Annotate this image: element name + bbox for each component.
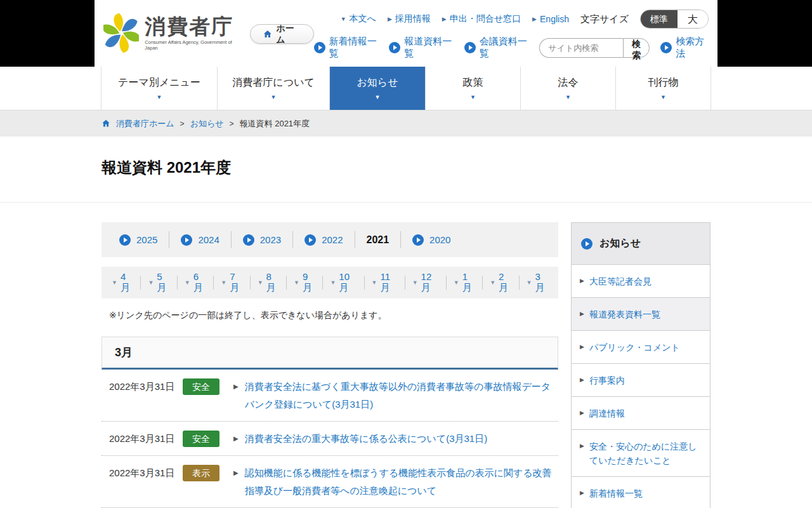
month-link-4月[interactable]: ▼4月 <box>105 276 141 290</box>
year-tab-label: 2023 <box>260 234 281 245</box>
sidebar-item-パブリック・コメント[interactable]: ▶パブリック・コメント <box>572 330 710 363</box>
month-link-6月[interactable]: ▼6月 <box>178 276 214 290</box>
news-link[interactable]: 消費者安全法の重大事故等に係る公表について(3月31日) <box>245 430 558 448</box>
caret-down-icon: ▼ <box>330 279 336 286</box>
home-button[interactable]: ホーム <box>250 24 314 44</box>
news-date: 2022年3月31日 <box>109 464 183 482</box>
caret-down-icon: ▼ <box>185 279 190 286</box>
arrow-right-icon: ▶ <box>580 311 584 317</box>
sidebar-item-label: 新着情報一覧 <box>589 486 643 500</box>
utility-link-申出・問合せ窓口[interactable]: ▶申出・問合せ窓口 <box>442 13 521 25</box>
utility-link-English[interactable]: ▶English <box>532 13 569 25</box>
utility-link-採用情報[interactable]: ▶採用情報 <box>388 13 431 25</box>
play-circle-icon <box>660 42 672 53</box>
month-link-12月[interactable]: ▼12月 <box>405 276 447 290</box>
sidebar-item-行事案内[interactable]: ▶行事案内 <box>572 363 710 396</box>
search-help-link[interactable]: 検索方法 <box>660 36 709 60</box>
caret-down-icon: ▼ <box>454 279 459 286</box>
arrow-right-icon: ▶ <box>580 277 584 284</box>
breadcrumb-current: 報道資料 2021年度 <box>240 118 310 130</box>
year-tab-2025[interactable]: 2025 <box>108 231 169 248</box>
month-link-label: 12月 <box>421 271 439 294</box>
month-link-3月[interactable]: ▼3月 <box>520 276 555 290</box>
main-nav-bar: テーマ別メニュー▼消費者庁について▼お知らせ▼政策▼法令▼刊行物▼ <box>0 67 812 110</box>
main-column: 202520242023202220212020 ▼4月▼5月▼6月▼7月▼8月… <box>102 222 558 508</box>
month-link-1月[interactable]: ▼1月 <box>447 276 483 290</box>
font-size-large-button[interactable]: 大 <box>678 10 708 28</box>
utility-link-label: English <box>540 14 569 24</box>
font-size-label: 文字サイズ <box>580 13 629 25</box>
month-link-9月[interactable]: ▼9月 <box>287 276 323 290</box>
month-link-label: 2月 <box>499 271 511 294</box>
play-circle-icon <box>314 42 325 53</box>
breadcrumb-home-link[interactable]: 消費者庁ホーム <box>116 118 174 130</box>
month-section-heading: 3月 <box>102 337 558 370</box>
sidebar-item-安全・安心のために注意していただきたいこと[interactable]: ▶安全・安心のために注意していただきたいこと <box>572 429 710 476</box>
news-list: 2022年3月31日安全▶消費者安全法に基づく重大事故等以外の消費者事故等の事故… <box>102 370 558 508</box>
nav-item-label: 刊行物 <box>648 76 679 90</box>
nav-item-法令[interactable]: 法令▼ <box>520 67 615 110</box>
arrow-right-icon: ▶ <box>233 430 239 448</box>
sidebar-item-調達情報[interactable]: ▶調達情報 <box>572 396 710 429</box>
search-button[interactable]: 検索 <box>623 38 650 58</box>
arrow-right-icon: ▶ <box>580 490 584 496</box>
sidebar-item-label: 調達情報 <box>589 406 625 420</box>
month-link-8月[interactable]: ▼8月 <box>251 276 287 290</box>
nav-item-label: お知らせ <box>357 76 398 90</box>
quick-link-label: 新着情報一覧 <box>329 36 379 60</box>
year-tab-2022[interactable]: 2022 <box>293 231 355 248</box>
sidebar-item-報道発表資料一覧[interactable]: ▶報道発表資料一覧 <box>572 297 710 330</box>
year-tab-2024[interactable]: 2024 <box>169 231 231 248</box>
caret-down-icon: ▼ <box>157 94 162 100</box>
nav-item-消費者庁について[interactable]: 消費者庁について▼ <box>217 67 329 110</box>
breadcrumb-news-link[interactable]: お知らせ <box>190 118 224 130</box>
quick-link-会議資料一覧[interactable]: 会議資料一覧 <box>464 36 529 60</box>
arrow-right-icon: ▶ <box>233 464 239 482</box>
caret-down-icon: ▼ <box>565 94 571 100</box>
play-circle-icon <box>181 234 192 246</box>
sidebar-item-label: 大臣等記者会見 <box>589 274 652 288</box>
quick-link-label: 報道資料一覧 <box>404 36 454 60</box>
sidebar: お知らせ ▶大臣等記者会見▶報道発表資料一覧▶パブリック・コメント▶行事案内▶調… <box>571 222 710 508</box>
month-link-10月[interactable]: ▼10月 <box>323 276 364 290</box>
quick-link-報道資料一覧[interactable]: 報道資料一覧 <box>389 36 454 60</box>
search-input[interactable] <box>539 38 623 58</box>
sidebar-item-label: 報道発表資料一覧 <box>589 307 660 321</box>
sidebar-heading: お知らせ <box>572 223 710 264</box>
year-tab-2021[interactable]: 2021 <box>355 231 402 248</box>
year-tab-label: 2024 <box>198 234 219 245</box>
year-tab-2023[interactable]: 2023 <box>232 231 293 248</box>
nav-item-label: テーマ別メニュー <box>118 76 200 90</box>
nav-item-お知らせ[interactable]: お知らせ▼ <box>329 67 425 110</box>
month-link-7月[interactable]: ▼7月 <box>214 276 250 290</box>
nav-item-刊行物[interactable]: 刊行物▼ <box>615 67 711 110</box>
month-link-5月[interactable]: ▼5月 <box>141 276 177 290</box>
font-size-standard-button[interactable]: 標準 <box>641 10 678 28</box>
year-tabs: 202520242023202220212020 <box>102 222 558 257</box>
year-tab-label: 2025 <box>136 234 157 245</box>
nav-item-テーマ別メニュー[interactable]: テーマ別メニュー▼ <box>101 67 217 110</box>
year-tab-2020[interactable]: 2020 <box>401 231 462 248</box>
breadcrumb-separator: > <box>230 119 234 128</box>
caret-down-icon: ▼ <box>470 94 476 100</box>
month-link-2月[interactable]: ▼2月 <box>483 276 519 290</box>
sidebar-item-新着情報一覧[interactable]: ▶新着情報一覧 <box>572 476 710 508</box>
utility-link-本文へ[interactable]: ▼本文へ <box>341 13 376 25</box>
caret-down-icon: ▼ <box>271 94 277 100</box>
sidebar-item-大臣等記者会見[interactable]: ▶大臣等記者会見 <box>572 264 710 297</box>
quick-link-新着情報一覧[interactable]: 新着情報一覧 <box>314 36 379 60</box>
news-link[interactable]: 認知機能に係る機能性を標ぼうする機能性表示食品の表示に関する改善指導及び一般消費… <box>245 464 558 500</box>
agency-logo[interactable]: 消費者庁 Consumer Affairs Agency, Government… <box>103 10 237 56</box>
nav-item-政策[interactable]: 政策▼ <box>425 67 520 110</box>
caret-down-icon: ▼ <box>527 279 532 286</box>
header-right: ▼本文へ▶採用情報▶申出・問合せ窓口▶English 文字サイズ 標準 大 新着… <box>314 0 709 67</box>
news-link[interactable]: 消費者安全法に基づく重大事故等以外の消費者事故等の事故情報データバンク登録につい… <box>245 378 558 413</box>
arrow-right-icon: ▶ <box>580 443 584 449</box>
month-link-11月[interactable]: ▼11月 <box>365 276 405 290</box>
year-tab-current: 2021 <box>367 234 390 246</box>
pinwheel-logo-icon <box>103 13 139 53</box>
caret-down-icon: ▼ <box>412 279 418 286</box>
arrow-right-icon: ▶ <box>532 16 537 22</box>
year-tab-label: 2020 <box>429 234 450 245</box>
arrow-right-icon: ▶ <box>442 16 447 22</box>
